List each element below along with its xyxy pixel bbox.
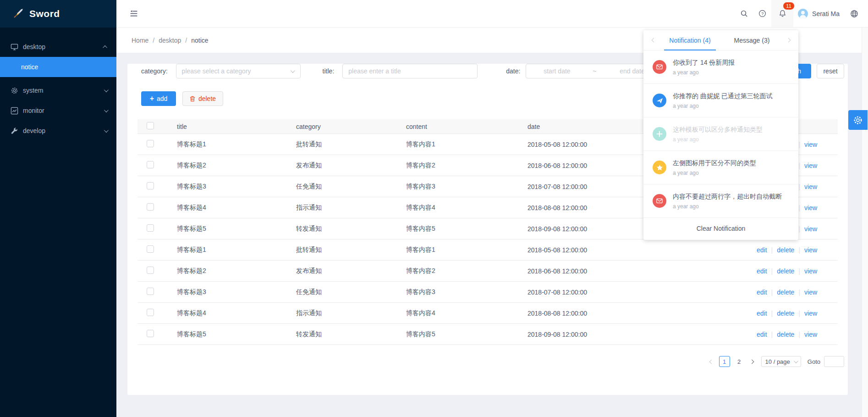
breadcrumb-item-Home[interactable]: Home (132, 37, 148, 44)
row-view-link[interactable]: view (804, 204, 817, 211)
notification-item[interactable]: 你收到了 14 份新周报a year ago (643, 50, 798, 84)
tabs-scroll-left-icon[interactable] (648, 39, 659, 42)
page-number-1[interactable]: 1 (719, 356, 730, 367)
search-icon[interactable] (735, 0, 753, 27)
action-separator: | (771, 246, 773, 254)
sidebar-subitem-notice[interactable]: notice (0, 57, 116, 77)
language-globe-icon[interactable] (846, 0, 863, 27)
next-page-button[interactable] (747, 356, 758, 367)
row-delete-link[interactable]: delete (777, 267, 794, 275)
page-number-2[interactable]: 2 (734, 356, 745, 367)
row-checkbox[interactable] (147, 161, 154, 168)
breadcrumb-item-desktop[interactable]: desktop (159, 37, 181, 44)
add-button[interactable]: + add (141, 91, 176, 106)
row-checkbox[interactable] (147, 288, 154, 295)
sidebar: Sword desktopnoticesystemmonitordevelop (0, 0, 116, 417)
page-numbers: 12 (717, 356, 747, 367)
notification-item[interactable]: 你推荐的 曲妮妮 已通过第三轮面试a year ago (643, 84, 798, 117)
row-view-link[interactable]: view (804, 289, 817, 296)
row-checkbox[interactable] (147, 309, 154, 316)
notifications-bell-button[interactable]: 11 (771, 0, 793, 27)
table-row: 博客标题3任免通知博客内容32018-07-08 12:00:00edit|de… (137, 282, 838, 303)
date-label: date: (506, 67, 520, 75)
chart-icon (10, 106, 18, 115)
cell-category: 发布通知 (288, 267, 398, 275)
row-checkbox[interactable] (147, 330, 154, 337)
cell-category: 发布通知 (288, 161, 398, 170)
tabs-scroll-right-icon[interactable] (783, 39, 794, 42)
cell-content: 博客内容3 (398, 183, 519, 191)
notification-item[interactable]: 这种模板可以区分多种通知类型a year ago (643, 117, 798, 151)
row-checkbox[interactable] (147, 140, 154, 147)
row-delete-link[interactable]: delete (777, 246, 794, 254)
notification-title: 你推荐的 曲妮妮 已通过第三轮面试 (673, 92, 791, 100)
logo[interactable]: Sword (0, 0, 116, 28)
sidebar-item-develop[interactable]: develop (0, 121, 116, 141)
row-delete-link[interactable]: delete (777, 289, 794, 296)
row-view-link[interactable]: view (804, 162, 817, 169)
notification-time: a year ago (673, 170, 791, 176)
goto-page-input[interactable] (824, 356, 844, 367)
category-select[interactable]: please select a category (176, 64, 301, 78)
row-view-link[interactable]: view (804, 310, 817, 317)
column-header-content: content (398, 123, 519, 130)
action-separator: | (798, 310, 800, 317)
reset-button[interactable]: reset (817, 64, 844, 78)
tab-notification-4-[interactable]: Notification (4) (659, 30, 721, 50)
row-edit-link[interactable]: edit (757, 331, 767, 338)
delete-button[interactable]: delete (182, 91, 223, 106)
user-name: Serati Ma (812, 10, 840, 17)
row-view-link[interactable]: view (804, 183, 817, 190)
help-icon[interactable]: ? (753, 0, 771, 27)
row-checkbox[interactable] (147, 203, 154, 211)
action-separator: | (798, 267, 800, 275)
notification-item[interactable]: 左侧图标用于区分不同的类型a year ago (643, 151, 798, 184)
page-size-select[interactable]: 10 / page (761, 356, 801, 367)
sidebar-collapse-button[interactable] (129, 9, 138, 18)
brand-name: Sword (29, 8, 60, 19)
cell-category: 批转通知 (288, 246, 398, 254)
tab-message-3-[interactable]: Message (3) (721, 30, 783, 50)
avatar (798, 9, 808, 19)
action-separator: | (771, 267, 773, 275)
cell-category: 任免通知 (288, 288, 398, 296)
page-scrollbar[interactable] (862, 0, 868, 417)
action-separator: | (798, 141, 800, 148)
row-edit-link[interactable]: edit (757, 267, 767, 275)
row-checkbox[interactable] (147, 267, 154, 274)
row-delete-link[interactable]: delete (777, 331, 794, 338)
notification-title: 你收到了 14 份新周报 (673, 59, 791, 67)
chevron-down-icon (104, 88, 109, 92)
date-range-picker[interactable]: start date ~ end date (526, 64, 663, 78)
cell-content: 博客内容4 (398, 204, 519, 212)
sidebar-item-system[interactable]: system (0, 80, 116, 100)
sidebar-menu: desktopnoticesystemmonitordevelop (0, 28, 116, 141)
notification-item[interactable]: 内容不要超过两行字，超出时自动截断a year ago (643, 184, 798, 218)
cell-category: 转发通知 (288, 225, 398, 233)
clear-notification-button[interactable]: Clear Notification (643, 218, 798, 239)
cell-date: 2018-05-08 12:00:00 (519, 246, 748, 254)
sidebar-item-monitor[interactable]: monitor (0, 100, 116, 121)
select-all-checkbox[interactable] (147, 122, 154, 129)
row-checkbox[interactable] (147, 245, 154, 253)
row-checkbox[interactable] (147, 224, 154, 232)
sidebar-item-desktop[interactable]: desktop (0, 37, 116, 57)
settings-drawer-button[interactable] (848, 110, 868, 130)
user-menu[interactable]: Serati Ma (798, 9, 840, 19)
row-checkbox[interactable] (147, 182, 154, 189)
row-view-link[interactable]: view (804, 246, 817, 254)
action-separator: | (798, 331, 800, 338)
row-edit-link[interactable]: edit (757, 246, 767, 254)
prev-page-button[interactable] (706, 356, 717, 367)
row-view-link[interactable]: view (804, 225, 817, 233)
cell-title: 博客标题1 (169, 246, 288, 254)
row-view-link[interactable]: view (804, 267, 817, 275)
row-delete-link[interactable]: delete (777, 310, 794, 317)
action-separator: | (798, 289, 800, 296)
row-edit-link[interactable]: edit (757, 289, 767, 296)
row-view-link[interactable]: view (804, 141, 817, 148)
row-edit-link[interactable]: edit (757, 310, 767, 317)
cell-content: 博客内容1 (398, 140, 519, 149)
title-input[interactable] (342, 64, 478, 78)
row-view-link[interactable]: view (804, 331, 817, 338)
